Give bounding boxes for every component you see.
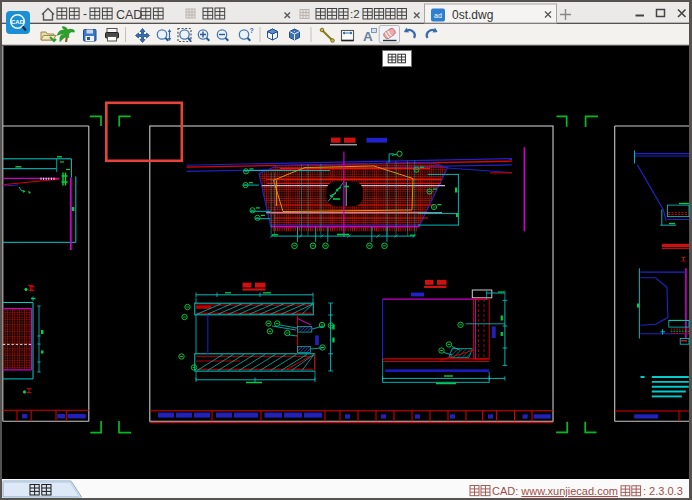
svg-text:CAD: www.xunjiecad.com: CAD: www.xunjiecad.com [492, 485, 618, 497]
svg-text:?: ? [250, 27, 254, 34]
svg-text:: 2.3.0.3: : 2.3.0.3 [643, 485, 683, 497]
svg-text:CAD: CAD [11, 19, 25, 25]
